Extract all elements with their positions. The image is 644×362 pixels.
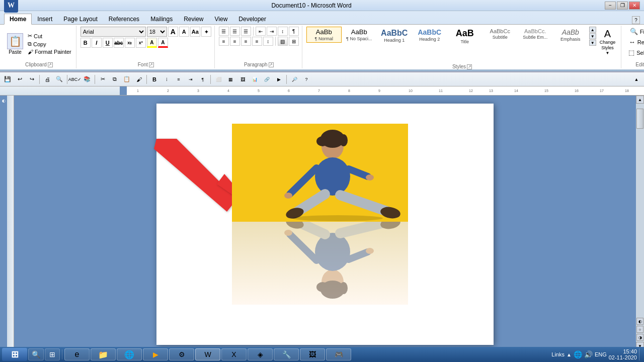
taskbar-ie[interactable]: e	[64, 348, 90, 360]
tb2-help-button[interactable]: ?	[301, 74, 312, 85]
sort-button[interactable]: ↕	[278, 27, 288, 36]
shrink-font-button[interactable]: A	[179, 27, 189, 37]
font-expander[interactable]: ↗	[149, 62, 154, 67]
taskbar-game[interactable]: 🎮	[326, 348, 351, 360]
style-subtle-em[interactable]: AaBbCc. Subtle Em...	[518, 27, 553, 41]
style-subtitle[interactable]: AaBbCc Subtitle	[482, 27, 518, 41]
subscript-button[interactable]: x₂	[125, 38, 135, 48]
taskbar-word[interactable]: W	[195, 348, 220, 360]
tab-developer[interactable]: Developer	[233, 14, 272, 24]
tb2-spelling-button[interactable]: ABC✓	[69, 74, 80, 85]
taskbar-chrome[interactable]: 🌐	[117, 348, 142, 360]
shading-button[interactable]: ▧	[278, 37, 288, 46]
prev-page-button[interactable]: ◐	[636, 318, 643, 325]
style-no-spacing[interactable]: AaBb ¶ No Spaci...	[342, 27, 377, 43]
close-button[interactable]: ✕	[629, 2, 640, 10]
tab-mailings[interactable]: Mailings	[145, 14, 178, 24]
tb2-columns-button[interactable]: ⫶	[161, 74, 172, 85]
multilevel-button[interactable]: ☰	[241, 27, 251, 36]
grow-font-button[interactable]: A	[168, 27, 178, 37]
find-button[interactable]: 🔍 Find ▼	[627, 27, 644, 36]
tb2-paste2-button[interactable]: 📋	[121, 74, 132, 85]
font-name-select[interactable]: Arial	[80, 27, 146, 37]
tb2-print-button[interactable]: 🖨	[42, 74, 53, 85]
tb2-zoom-button[interactable]: 🔎	[289, 74, 300, 85]
style-heading2[interactable]: AaBbC Heading 2	[412, 27, 447, 43]
taskbar-photo[interactable]: 🖼	[300, 348, 325, 360]
taskbar-task-view[interactable]: ⊞	[45, 348, 60, 360]
scroll-track[interactable]	[636, 104, 644, 317]
cut-button[interactable]: ✂ Cut	[26, 32, 73, 40]
taskbar-explorer[interactable]: 📁	[91, 348, 116, 360]
tb2-table-button[interactable]: ▦	[225, 74, 236, 85]
taskbar-settings[interactable]: ⚙	[169, 348, 194, 360]
change-styles-button[interactable]: A ChangeStyles ▼	[597, 27, 618, 57]
taskbar-up-arrow[interactable]: ▲	[567, 352, 572, 357]
increase-indent-button[interactable]: ⇥	[267, 27, 277, 36]
paragraph-expander[interactable]: ↗	[269, 62, 274, 67]
tab-review[interactable]: Review	[178, 14, 209, 24]
scroll-thumb[interactable]	[636, 109, 643, 129]
document-area[interactable]	[14, 96, 636, 350]
taskbar-tools[interactable]: 🔧	[274, 348, 299, 360]
decrease-indent-button[interactable]: ⇤	[256, 27, 266, 36]
tab-page-layout[interactable]: Page Layout	[58, 14, 103, 24]
restore-button[interactable]: ❐	[617, 2, 628, 10]
italic-button[interactable]: I	[92, 38, 102, 48]
style-normal[interactable]: AaBb ¶ Normal	[306, 27, 342, 43]
clear-format-button[interactable]: ✦	[201, 27, 211, 37]
clipboard-expander[interactable]: ↗	[48, 62, 53, 67]
taskbar-volume-icon[interactable]: 🔊	[584, 350, 593, 358]
tab-references[interactable]: References	[103, 14, 145, 24]
align-left-button[interactable]: ≡	[219, 37, 229, 46]
minimize-button[interactable]: −	[605, 2, 616, 10]
change-case-button[interactable]: Aa	[190, 27, 200, 37]
justify-button[interactable]: ≡	[252, 37, 262, 46]
tb2-indent-button[interactable]: ⇥	[185, 74, 196, 85]
tb2-insert3-button[interactable]: 🔗	[261, 74, 272, 85]
scroll-up-button[interactable]: ▲	[636, 96, 644, 104]
taskbar-vs[interactable]: ◈	[248, 348, 273, 360]
tb2-align2-button[interactable]: ≡	[173, 74, 184, 85]
styles-more[interactable]: ▼	[589, 40, 596, 46]
taskbar-media[interactable]: ▶	[143, 348, 168, 360]
tb2-bold2-button[interactable]: B	[149, 74, 160, 85]
tab-insert[interactable]: Insert	[32, 14, 58, 24]
numbering-button[interactable]: ☰	[230, 27, 240, 36]
styles-scroll-up[interactable]: ▲	[589, 27, 596, 33]
format-painter-button[interactable]: 🖌 Format Painter	[26, 48, 73, 55]
tb2-insert-button[interactable]: 🖼	[237, 74, 248, 85]
replace-button[interactable]: ↔ Replace	[626, 37, 644, 47]
taskbar-search-button[interactable]: 🔍	[28, 348, 44, 360]
tb2-cut2-button[interactable]: ✂	[97, 74, 108, 85]
taskbar-excel[interactable]: X	[221, 348, 247, 360]
strikethrough-button[interactable]: abc	[114, 38, 124, 48]
copy-button[interactable]: ⧉ Copy	[26, 40, 73, 48]
tb2-ribbon-collapse[interactable]: ▲	[631, 74, 642, 85]
styles-expander[interactable]: ↗	[467, 64, 472, 69]
tb2-undo-button[interactable]: ↩	[14, 74, 25, 85]
tb2-macro-button[interactable]: ▶	[273, 74, 284, 85]
tb2-copy2-button[interactable]: ⧉	[109, 74, 120, 85]
bold-button[interactable]: B	[80, 38, 91, 48]
select-object-button[interactable]: ○	[636, 326, 643, 333]
text-highlight-button[interactable]: A	[147, 38, 157, 48]
tb2-formatpainter2-button[interactable]: 🖌	[133, 74, 144, 85]
style-emphasis[interactable]: AaBb Emphasis	[553, 27, 588, 43]
underline-button[interactable]: U	[103, 38, 113, 48]
tb2-printpreview-button[interactable]: 🔍	[54, 74, 65, 85]
tb2-insert2-button[interactable]: 📊	[249, 74, 260, 85]
superscript-button[interactable]: x²	[136, 38, 146, 48]
start-button[interactable]: ⊞	[2, 348, 27, 361]
select-button[interactable]: ⬚ Select ▼	[625, 48, 644, 57]
style-title[interactable]: AaB Title	[447, 27, 482, 46]
tb2-frame-button[interactable]: ⬜	[213, 74, 224, 85]
show-para-button[interactable]: ¶	[289, 27, 299, 36]
tb2-research-button[interactable]: 📚	[82, 74, 93, 85]
font-color-button[interactable]: A	[158, 38, 168, 48]
tab-view[interactable]: View	[209, 14, 233, 24]
paste-button[interactable]: 📋 Paste	[5, 32, 25, 56]
border-button[interactable]: ⊞	[289, 37, 299, 46]
tb2-style-button[interactable]: ¶	[197, 74, 208, 85]
styles-scroll-down[interactable]: ▼	[589, 33, 596, 39]
